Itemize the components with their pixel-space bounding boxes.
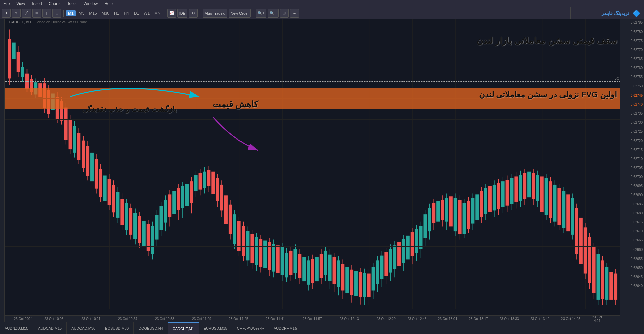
menu-bar: File View Insert Charts Tools Window Hel…	[0, 0, 644, 7]
tab-cadchf-m1[interactable]: CADCHF,M1	[168, 322, 199, 334]
svg-rect-251	[519, 175, 522, 201]
more-btn[interactable]: ≡	[290, 9, 299, 18]
grid-line	[5, 119, 620, 120]
svg-rect-285	[592, 247, 596, 293]
time-label: 23 Oct 12:45	[407, 317, 426, 321]
tab-dogeusd-h4[interactable]: DOGEUSD,H4	[134, 322, 168, 334]
draw-btn[interactable]: ✏	[32, 9, 41, 18]
svg-rect-131	[259, 239, 262, 267]
tf-h1[interactable]: H1	[112, 10, 121, 16]
zoom-out-btn[interactable]: 🔍−	[268, 9, 278, 18]
tab-eosusd-m30[interactable]: EOSUSD,M30	[100, 322, 134, 334]
price-label: 0.62685	[631, 202, 643, 206]
svg-rect-269	[557, 188, 561, 225]
tf-h4[interactable]: H4	[122, 10, 130, 16]
chart-area[interactable]: □ CADCHF, M1 Canadian Dollar vs Swiss Fr…	[5, 19, 644, 322]
price-label: 0.62680	[631, 211, 643, 215]
tf-m15[interactable]: M15	[87, 10, 98, 16]
price-label: 0.62640	[631, 284, 643, 287]
svg-rect-161	[324, 250, 327, 275]
line-btn[interactable]: ╱	[22, 9, 31, 18]
svg-rect-215	[441, 200, 444, 220]
price-label: 0.62730	[631, 120, 643, 124]
grid-line	[5, 183, 620, 183]
new-order-btn[interactable]: New Order	[229, 9, 251, 18]
svg-rect-273	[566, 194, 570, 231]
svg-rect-207	[423, 214, 427, 238]
menu-charts[interactable]: Charts	[45, 1, 64, 6]
svg-rect-65	[116, 192, 119, 218]
price-label: 0.62650	[631, 266, 643, 269]
svg-rect-281	[584, 227, 587, 273]
menu-tools[interactable]: Tools	[64, 1, 80, 6]
tf-mn[interactable]: MN	[153, 10, 162, 16]
price-label: 0.62690	[631, 193, 643, 197]
tf-m1[interactable]: M1	[66, 10, 76, 16]
grid-line	[5, 310, 620, 310]
svg-rect-257	[532, 173, 535, 199]
time-label: 23 Oct 11:09	[192, 317, 211, 321]
svg-rect-265	[549, 181, 552, 218]
svg-rect-209	[428, 208, 431, 232]
grid-line	[5, 77, 620, 77]
svg-rect-181	[367, 274, 371, 297]
tab-audcad-m30[interactable]: AUDCAD,M30	[67, 322, 100, 334]
time-label: 23 Oct 10:53	[155, 317, 174, 321]
menu-help[interactable]: Help	[101, 1, 116, 6]
title-annotation: سقف قیمتی سشن معاملاتی بازار لندن	[477, 35, 617, 47]
time-label: 23 Oct 12:29	[376, 317, 395, 321]
svg-rect-173	[350, 270, 353, 295]
svg-rect-111	[216, 178, 219, 201]
price-label: 0.62715	[631, 148, 643, 151]
svg-rect-155	[311, 259, 314, 283]
price-label: 0.62695	[631, 184, 643, 188]
price-label: 0.62660	[631, 247, 643, 251]
tab-audnzd-m15[interactable]: AUDNZD,M15	[0, 322, 33, 334]
price-label: 0.62655	[631, 257, 643, 260]
indicator-btn[interactable]: 📈	[167, 9, 176, 18]
svg-rect-171	[345, 267, 349, 293]
svg-rect-117	[229, 205, 232, 234]
zoom-in-btn[interactable]: 🔍+	[256, 9, 266, 18]
grid-line	[5, 246, 620, 247]
tab-chfjpy-weekly[interactable]: CHFJPY,Weekly	[232, 322, 269, 334]
svg-rect-267	[553, 185, 557, 222]
svg-rect-67	[120, 199, 124, 225]
menu-view[interactable]: View	[13, 1, 29, 6]
arrow-btn[interactable]: ↖	[12, 9, 21, 18]
sep3	[200, 10, 200, 17]
menu-insert[interactable]: Insert	[29, 1, 45, 6]
tf-w1[interactable]: W1	[142, 10, 151, 16]
time-axis: 23 Oct 2024 23 Oct 10:05 23 Oct 10:21 23…	[5, 315, 620, 322]
svg-rect-175	[354, 271, 358, 296]
svg-rect-17	[12, 43, 16, 59]
svg-rect-167	[337, 260, 340, 287]
svg-rect-143	[285, 253, 288, 278]
tab-eurusd-m15[interactable]: EURUSD,M15	[199, 322, 232, 334]
svg-rect-105	[203, 172, 206, 188]
svg-rect-283	[588, 237, 591, 283]
svg-rect-239	[493, 185, 496, 210]
crosshair-btn[interactable]: ✛	[2, 9, 11, 18]
ide-btn[interactable]: IDE	[177, 9, 187, 18]
svg-rect-89	[168, 194, 171, 217]
algo-trading-btn[interactable]: Algo Trading	[203, 9, 227, 18]
price-label: 0.62740	[631, 102, 643, 106]
tf-m5[interactable]: M5	[77, 10, 86, 16]
shapes-btn[interactable]: ⊞	[52, 9, 61, 18]
menu-file[interactable]: File	[0, 1, 13, 6]
title-text: سقف قیمتی سشن معاملاتی بازار لندن	[477, 36, 617, 46]
tab-audchf-m15[interactable]: AUDCHF,M15	[269, 322, 302, 334]
svg-rect-129	[255, 237, 258, 265]
grid-line	[5, 289, 620, 289]
svg-rect-51	[86, 146, 89, 176]
text-btn[interactable]: T	[42, 9, 51, 18]
tab-audcad-m15[interactable]: AUDCAD,M15	[33, 322, 67, 334]
tf-m30[interactable]: M30	[100, 10, 111, 16]
settings-btn[interactable]: ⚙	[189, 9, 198, 18]
tf-d1[interactable]: D1	[132, 10, 141, 16]
menu-window[interactable]: Window	[80, 1, 101, 6]
svg-rect-241	[497, 183, 500, 209]
price-label: 0.62645	[631, 275, 643, 278]
chart-type-btn[interactable]: ⊞	[280, 9, 289, 18]
